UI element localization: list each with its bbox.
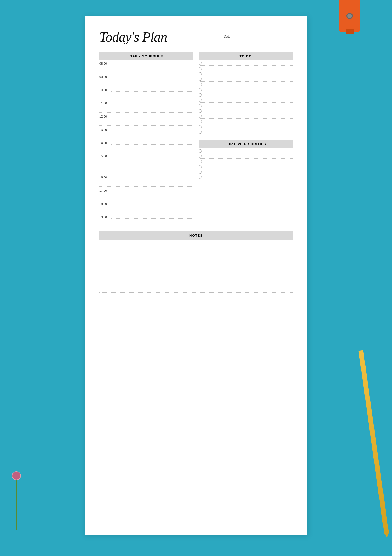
- schedule-line[interactable]: [111, 128, 193, 131]
- right-column: TO DO: [199, 52, 293, 227]
- priority-text-line-6[interactable]: [204, 176, 293, 179]
- schedule-blank-line[interactable]: [99, 146, 193, 152]
- schedule-blank-line[interactable]: [99, 220, 193, 226]
- schedule-line[interactable]: [111, 155, 193, 158]
- todo-item-13[interactable]: [199, 124, 293, 129]
- schedule-line[interactable]: [111, 202, 193, 205]
- schedule-item-0900: 09:00: [99, 74, 193, 87]
- todo-checkbox-6[interactable]: [199, 88, 202, 91]
- todo-checkbox-5[interactable]: [199, 83, 202, 86]
- todo-checkbox-3[interactable]: [199, 72, 202, 75]
- todo-text-line-6[interactable]: [204, 88, 293, 91]
- priority-text-line-5[interactable]: [204, 171, 293, 174]
- todo-item-6[interactable]: [199, 87, 293, 92]
- priority-checkbox-4[interactable]: [199, 165, 202, 168]
- schedule-line[interactable]: [111, 75, 193, 78]
- priority-item-3[interactable]: [199, 159, 293, 164]
- todo-item-2[interactable]: [199, 66, 293, 71]
- todo-text-line-3[interactable]: [204, 72, 293, 75]
- todo-item-8[interactable]: [199, 97, 293, 103]
- todo-text-line-11[interactable]: [204, 115, 293, 118]
- schedule-blank-line[interactable]: [99, 66, 193, 73]
- todo-item-1[interactable]: [199, 60, 293, 66]
- page-title: Today's Plan: [99, 29, 167, 45]
- todo-checkbox-14[interactable]: [199, 131, 202, 134]
- todo-text-line-1[interactable]: [204, 62, 293, 65]
- todo-checkbox-2[interactable]: [199, 67, 202, 70]
- priority-text-line-1[interactable]: [204, 149, 293, 153]
- schedule-line[interactable]: [111, 102, 193, 105]
- todo-text-line-2[interactable]: [204, 67, 293, 70]
- todo-checkbox-8[interactable]: [199, 99, 202, 102]
- schedule-blank-line[interactable]: [99, 119, 193, 126]
- priority-text-line-4[interactable]: [204, 165, 293, 168]
- priority-item-2[interactable]: [199, 153, 293, 159]
- time-label-0800: 08:00: [99, 62, 111, 65]
- sharpener-decoration: [339, 0, 360, 32]
- todo-checkbox-11[interactable]: [199, 115, 202, 118]
- notes-line-2[interactable]: [99, 251, 293, 261]
- notes-line-5[interactable]: [99, 283, 293, 293]
- schedule-line[interactable]: [111, 176, 193, 179]
- todo-item-10[interactable]: [199, 108, 293, 113]
- schedule-blank-line[interactable]: [99, 180, 193, 187]
- priority-checkbox-5[interactable]: [199, 171, 202, 174]
- priority-item-1[interactable]: [199, 148, 293, 153]
- todo-item-12[interactable]: [199, 119, 293, 124]
- schedule-blank-line[interactable]: [99, 159, 193, 165]
- todo-item-4[interactable]: [199, 76, 293, 82]
- schedule-item-1500: 15:00: [99, 153, 193, 174]
- priority-text-line-3[interactable]: [204, 160, 293, 163]
- schedule-line[interactable]: [111, 216, 193, 219]
- time-label-1500: 15:00: [99, 155, 111, 158]
- todo-checkbox-12[interactable]: [199, 120, 202, 123]
- todo-checkbox-13[interactable]: [199, 125, 202, 128]
- todo-checkbox-10[interactable]: [199, 109, 202, 113]
- todo-checkbox-9[interactable]: [199, 104, 202, 107]
- todo-text-line-9[interactable]: [204, 104, 293, 107]
- todo-item-5[interactable]: [199, 82, 293, 87]
- todo-text-line-4[interactable]: [204, 78, 293, 81]
- schedule-item-1800: 18:00: [99, 201, 193, 214]
- notes-line-1[interactable]: [99, 241, 293, 250]
- todo-text-line-8[interactable]: [204, 99, 293, 102]
- schedule-line[interactable]: [111, 115, 193, 118]
- schedule-line[interactable]: [111, 88, 193, 92]
- date-line[interactable]: [224, 39, 293, 43]
- schedule-blank-line[interactable]: [99, 207, 193, 213]
- todo-checkbox-1[interactable]: [199, 62, 202, 65]
- schedule-blank-line[interactable]: [99, 194, 193, 200]
- right-col-inner: TO DO: [199, 52, 293, 180]
- schedule-line[interactable]: [111, 189, 193, 192]
- todo-text-line-10[interactable]: [204, 109, 293, 113]
- priority-checkbox-6[interactable]: [199, 176, 202, 179]
- todo-text-line-5[interactable]: [204, 83, 293, 86]
- todo-checkbox-7[interactable]: [199, 93, 202, 97]
- notes-line-3[interactable]: [99, 262, 293, 271]
- schedule-line[interactable]: [111, 62, 193, 65]
- todo-text-line-7[interactable]: [204, 93, 293, 97]
- schedule-blank-line[interactable]: [99, 93, 193, 99]
- todo-item-7[interactable]: [199, 92, 293, 97]
- priority-item-4[interactable]: [199, 164, 293, 169]
- schedule-blank-line[interactable]: [99, 106, 193, 113]
- priority-item-5[interactable]: [199, 169, 293, 174]
- schedule-blank-line[interactable]: [99, 80, 193, 86]
- todo-text-line-13[interactable]: [204, 125, 293, 128]
- todo-checkbox-4[interactable]: [199, 78, 202, 81]
- todo-item-14[interactable]: [199, 129, 293, 134]
- todo-text-line-14[interactable]: [204, 131, 293, 134]
- notes-line-4[interactable]: [99, 272, 293, 282]
- priority-checkbox-3[interactable]: [199, 160, 202, 163]
- priority-item-6[interactable]: [199, 174, 293, 180]
- priority-text-line-2[interactable]: [204, 155, 293, 158]
- todo-item-11[interactable]: [199, 113, 293, 119]
- todo-item-3[interactable]: [199, 71, 293, 76]
- schedule-blank-line[interactable]: [99, 133, 193, 139]
- schedule-blank-line[interactable]: [99, 167, 193, 173]
- priority-checkbox-2[interactable]: [199, 155, 202, 158]
- todo-item-9[interactable]: [199, 103, 293, 108]
- todo-text-line-12[interactable]: [204, 120, 293, 123]
- schedule-line[interactable]: [111, 141, 193, 145]
- priority-checkbox-1[interactable]: [199, 149, 202, 153]
